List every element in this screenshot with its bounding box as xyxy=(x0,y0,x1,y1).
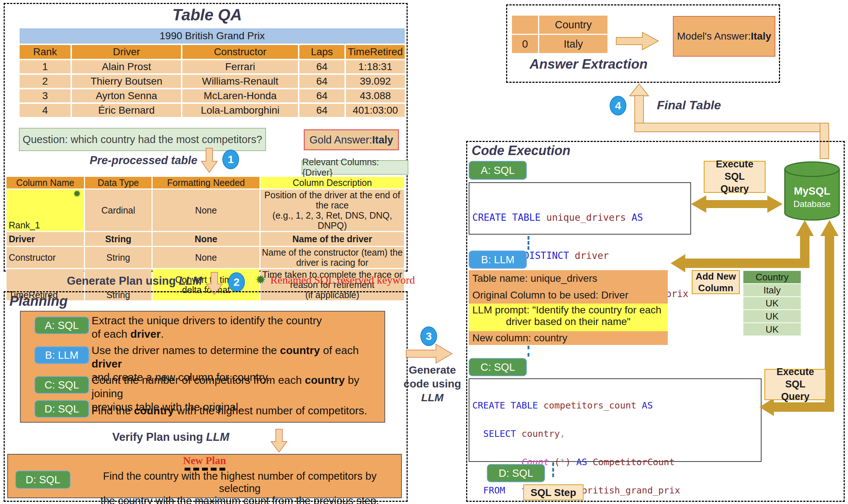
schema-cell: None xyxy=(153,190,259,231)
add-new-column-line: Add New xyxy=(692,271,739,283)
grand-prix-table: 1990 British Grand Prix Rank Driver Cons… xyxy=(18,27,406,118)
table-row: UK xyxy=(743,310,801,322)
llm-prompt: LLM prompt: "Identify the country for ea… xyxy=(469,304,668,331)
flow-dash-a-b xyxy=(528,236,529,250)
step-4-badge: 4 xyxy=(610,96,626,115)
schema-cell: Name of the constructor (team) the drive… xyxy=(261,247,404,268)
schema-header: Data Type xyxy=(85,177,152,188)
gp-cell: 39.092 xyxy=(346,75,405,88)
gp-cell: 2 xyxy=(20,75,70,88)
gp-cell: 64 xyxy=(299,60,344,73)
exec-step-b-pill: B: LLM xyxy=(469,251,527,269)
add-new-column-box: Add New Column xyxy=(692,270,740,294)
country-table-header: Country xyxy=(743,271,801,283)
schema-header: Formatting Needed xyxy=(153,177,259,188)
schema-cell-rank1: ✹ Rank_1 xyxy=(7,190,84,231)
new-plan-d-pill: D: SQL xyxy=(15,471,70,489)
schema-cell: Cardinal xyxy=(85,190,152,231)
result-table: Country 0 Italy xyxy=(511,15,609,54)
gp-cell: 1 xyxy=(20,60,70,73)
result-table-header: Country xyxy=(539,16,607,34)
model-answer-box: Model's Answer: Italy xyxy=(673,16,775,57)
gp-cell: Ayrton Senna xyxy=(72,89,181,102)
country-table: Country Italy UK UK UK xyxy=(743,270,801,336)
add-new-column-line: Column xyxy=(692,282,739,294)
exec-step-c-pill: C: SQL xyxy=(469,358,527,376)
schema-cell: String xyxy=(85,247,152,268)
gp-header-rank: Rank xyxy=(20,45,70,59)
db-to-c-arrow-horizontal xyxy=(772,402,834,412)
generate-code-label: Generate code using LLM xyxy=(396,363,469,405)
left-arrowhead-icon xyxy=(671,254,685,272)
plan-step-d-text: Find the country with the highest number… xyxy=(92,404,382,417)
result-table-index: 0 xyxy=(512,35,538,53)
gp-cell: Thierry Boutsen xyxy=(72,75,181,88)
right-arrow-icon xyxy=(405,343,453,365)
up-arrowhead-icon xyxy=(629,83,650,97)
plan-step-d-pill: D: SQL xyxy=(35,400,89,418)
gp-cell: 43.088 xyxy=(346,89,405,102)
plan-step-c-pill: C: SQL xyxy=(35,376,89,394)
flow-dash-b-c xyxy=(528,346,529,357)
grand-prix-banner: 1990 British Grand Prix xyxy=(20,28,405,44)
plan-step-a-pill: A: SQL xyxy=(35,317,89,334)
verify-plan-label: Verify Plan using LLM xyxy=(91,431,251,444)
llm-table-name: Table name: unique_drivers xyxy=(469,270,668,287)
schema-cell: Position of the driver at the end of the… xyxy=(261,190,404,231)
execute-sql-line: Execute SQL xyxy=(704,158,765,183)
sql-step-box: SQL Step xyxy=(523,484,583,500)
schema-desc-line: Position of the driver at the end of the… xyxy=(261,190,404,210)
gp-cell: 64 xyxy=(299,89,344,102)
generate-plan-label: Generate Plan using LLM xyxy=(62,275,207,288)
schema-cell: Constructor xyxy=(7,247,84,268)
table-row: ✹ Rank_1 Cardinal None Position of the d… xyxy=(7,190,404,231)
up-arrowhead-icon xyxy=(796,220,814,236)
llm-step-box: Table name: unique_drivers Original Colu… xyxy=(469,270,668,345)
country-cell: Italy xyxy=(743,284,801,296)
database-label: Database xyxy=(782,199,842,209)
schema-desc-line: (e.g., 1, 2, 3, Ret, DNS, DNQ, DNPQ) xyxy=(261,210,404,231)
new-plan-text: Find the country with the highest number… xyxy=(84,470,396,504)
gold-answer-label: Gold Answer: xyxy=(310,134,372,146)
down-arrow-icon xyxy=(270,428,288,453)
plan-step-a-text: Extract the unique drivers to identify t… xyxy=(92,314,382,341)
plan-step-b-pill: B: LLM xyxy=(35,346,89,364)
generate-code-line: LLM xyxy=(396,391,469,405)
sql-keyword-star-icon: ✹ xyxy=(73,190,81,199)
preprocessed-table-label: Pre-processed table xyxy=(65,154,222,167)
code-line: CREATE TABLE unique_drivers AS xyxy=(472,211,687,224)
country-cell: UK xyxy=(743,323,801,336)
code-execution-title: Code Execution xyxy=(472,143,570,158)
right-arrow-icon xyxy=(615,31,660,51)
legend-renamed-keyword: Renamed SQL reserved keyword xyxy=(270,274,415,286)
gp-cell: Ferrari xyxy=(182,60,298,73)
table-row: Italy xyxy=(743,284,801,296)
table-row: 4 Éric Bernard Lola-Lamborghini 64 401:0… xyxy=(20,104,405,117)
db-to-llm-arrow-vertical xyxy=(800,236,809,260)
table-row: UK xyxy=(743,297,801,309)
gp-cell: Éric Bernard xyxy=(72,104,181,117)
schema-header: Column Name xyxy=(7,177,84,188)
table-row: Driver String None Name of the driver xyxy=(7,232,404,246)
gp-cell: 64 xyxy=(299,75,344,88)
table-row: Constructor String None Name of the cons… xyxy=(7,247,404,268)
gp-header-timeretired: TimeRetired xyxy=(346,45,405,59)
schema-cell: None xyxy=(153,232,259,246)
schema-cell: Driver xyxy=(7,232,84,246)
relevant-columns-box: Relevant Columns: {Driver} xyxy=(302,160,408,175)
code-line: FROM table_1990_british_grand_prix xyxy=(472,486,758,495)
gp-cell: 401:03:00 xyxy=(346,104,405,117)
down-arrow-icon xyxy=(201,147,218,174)
schema-cell: None xyxy=(153,247,259,268)
llm-prompt-line: driver based on their name" xyxy=(469,316,668,328)
gp-cell: Alain Prost xyxy=(72,60,181,73)
gp-cell: Lola-Lamborghini xyxy=(182,104,298,117)
gp-header-laps: Laps xyxy=(299,45,344,59)
exec-step-d-pill: D: SQL xyxy=(487,464,545,482)
gp-header-driver: Driver xyxy=(72,45,181,59)
sql-code-a: CREATE TABLE unique_drivers AS SELECT DI… xyxy=(469,182,691,235)
step-2-badge: 2 xyxy=(228,272,245,292)
table-row: UK xyxy=(743,323,801,336)
execute-sql-query-box-1: Execute SQL Query xyxy=(704,161,766,193)
table-row: 3 Ayrton Senna McLaren-Honda 64 43.088 xyxy=(20,89,405,102)
